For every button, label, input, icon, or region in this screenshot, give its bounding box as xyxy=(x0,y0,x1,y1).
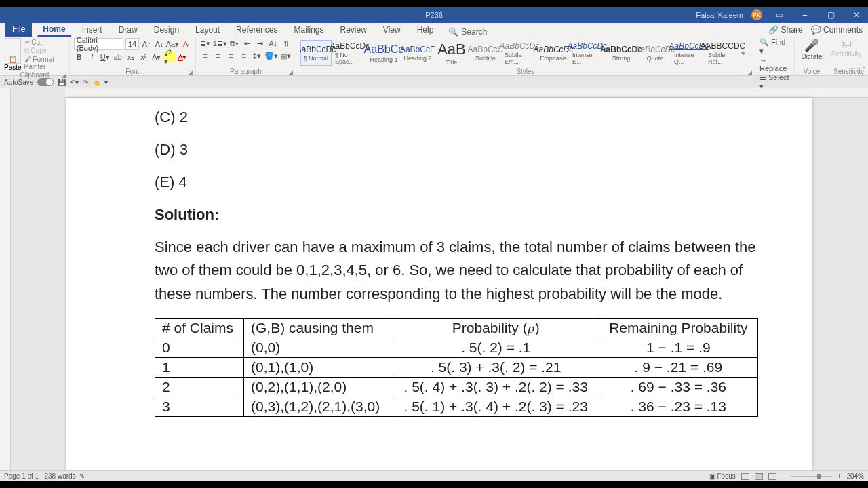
font-size-select[interactable]: 14 xyxy=(125,38,139,50)
style-strong[interactable]: AaBbCcDcStrong xyxy=(606,40,637,66)
tab-help[interactable]: Help xyxy=(412,22,439,37)
underline-icon[interactable]: U▾ xyxy=(100,52,111,62)
tab-draw[interactable]: Draw xyxy=(113,22,143,37)
justify-icon[interactable]: ≡ xyxy=(239,50,250,61)
account-name[interactable]: Faisal Kaleem xyxy=(696,11,743,19)
font-launcher-icon[interactable]: ◢ xyxy=(188,69,193,76)
text-effects-icon[interactable]: A▾ xyxy=(151,52,162,62)
align-center-icon[interactable]: ≡ xyxy=(213,50,224,61)
save-icon[interactable]: 💾 xyxy=(58,79,66,86)
show-marks-icon[interactable]: ¶ xyxy=(281,38,292,49)
styles-more-icon[interactable]: ▾ xyxy=(741,49,751,58)
document-page[interactable]: (C) 2 (D) 3 (E) 4 Solution: Since each d… xyxy=(66,98,812,470)
search-icon: 🔍 xyxy=(448,27,458,37)
shading-icon[interactable]: 🪣▾ xyxy=(264,50,278,61)
word-count[interactable]: 238 words xyxy=(45,472,76,480)
replace-button[interactable]: ↔ Replace xyxy=(760,56,790,73)
zoom-in-icon[interactable]: + xyxy=(837,472,842,480)
comments-button[interactable]: 💬 Comments xyxy=(811,25,863,35)
align-left-icon[interactable]: ≡ xyxy=(200,50,211,61)
tab-view[interactable]: View xyxy=(378,22,406,37)
style-quote[interactable]: AaBbCcDcQuote xyxy=(639,40,671,66)
zoom-slider[interactable] xyxy=(791,476,832,477)
web-layout-icon[interactable] xyxy=(768,473,776,480)
paragraph-launcher-icon[interactable]: ◢ xyxy=(288,69,293,76)
zoom-out-icon[interactable]: − xyxy=(782,472,786,480)
minimize-icon[interactable]: ‒ xyxy=(796,10,814,20)
clear-formatting-icon[interactable]: A̶ xyxy=(180,39,191,49)
shrink-font-icon[interactable]: A↓ xyxy=(154,39,165,49)
strikethrough-icon[interactable]: ab xyxy=(113,52,123,62)
search-box[interactable]: 🔍 Search xyxy=(448,27,487,37)
sensitivity-button[interactable]: 🏷 Sensitivity xyxy=(833,38,859,58)
table-row: 1(0,1),(1,0). 5(. 3) + .3(. 2) = .21. 9 … xyxy=(155,357,758,377)
tab-design[interactable]: Design xyxy=(149,22,184,37)
print-layout-icon[interactable] xyxy=(755,473,763,480)
borders-icon[interactable]: ▦▾ xyxy=(280,50,291,61)
collapse-ribbon-icon[interactable]: ˇ xyxy=(863,66,865,74)
account-avatar[interactable]: FK xyxy=(751,9,762,20)
cut-button[interactable]: ✂ Cut xyxy=(24,39,65,46)
share-button[interactable]: 🔗 Share xyxy=(768,25,802,35)
tab-review[interactable]: Review xyxy=(335,22,372,37)
font-color-icon[interactable]: A▾ xyxy=(177,52,188,62)
style-emphasis[interactable]: AaBbCcDcEmphasis xyxy=(538,40,569,66)
tab-layout[interactable]: Layout xyxy=(190,22,225,37)
numbering-icon[interactable]: 1≣▾ xyxy=(213,38,227,49)
page-indicator[interactable]: Page 1 of 1 xyxy=(4,472,39,480)
tab-references[interactable]: References xyxy=(231,22,283,37)
tab-mailings[interactable]: Mailings xyxy=(288,22,329,37)
redo-icon[interactable]: ↷ xyxy=(83,79,88,86)
style-subtitle[interactable]: AaBbCcCSubtitle xyxy=(470,40,501,66)
bold-icon[interactable]: B xyxy=(74,52,85,62)
increase-indent-icon[interactable]: ⇥ xyxy=(255,38,266,49)
superscript-icon[interactable]: x² xyxy=(138,52,149,62)
table-header: Remaining Probability xyxy=(599,318,757,338)
close-icon[interactable]: ✕ xyxy=(848,10,865,20)
tab-home[interactable]: Home xyxy=(37,22,71,37)
grow-font-icon[interactable]: A↑ xyxy=(141,39,152,49)
italic-icon[interactable]: I xyxy=(87,52,98,62)
multilevel-icon[interactable]: ⧉▾ xyxy=(229,38,240,49)
maximize-icon[interactable]: ▢ xyxy=(822,10,840,20)
decrease-indent-icon[interactable]: ⇤ xyxy=(242,38,253,49)
format-painter-button[interactable]: 🖌 Format Painter xyxy=(24,56,65,70)
bullets-icon[interactable]: ≣▾ xyxy=(200,38,211,49)
align-right-icon[interactable]: ≡ xyxy=(226,50,237,61)
spell-check-icon[interactable]: ✎ xyxy=(79,472,85,480)
styles-launcher-icon[interactable]: ◢ xyxy=(747,69,752,76)
style-heading-1[interactable]: AaBbCcHeading 1 xyxy=(368,40,399,66)
read-mode-icon[interactable] xyxy=(741,473,749,480)
font-family-select[interactable]: Calibri (Body) xyxy=(74,38,123,50)
horizontal-ruler xyxy=(65,88,868,98)
dictate-button[interactable]: 🎤 Dictate xyxy=(799,38,825,60)
sort-icon[interactable]: A↓ xyxy=(268,38,279,49)
copy-button[interactable]: ⧉ Copy xyxy=(24,47,65,55)
qat-customize-icon[interactable]: ▾ xyxy=(104,79,108,86)
find-button[interactable]: 🔍 Find ▾ xyxy=(760,38,790,56)
style-intense-e-[interactable]: AaBbCcDcIntense E... xyxy=(572,40,603,66)
tab-insert[interactable]: Insert xyxy=(77,22,108,37)
style-heading-2[interactable]: AaBbCcEHeading 2 xyxy=(402,40,433,66)
group-editing: 🔍 Find ▾ ↔ Replace ☰ Select ▾ Editing xyxy=(755,37,795,76)
solution-body: Since each driver can have a maximum of … xyxy=(155,236,758,305)
touch-mode-icon[interactable]: 👆 xyxy=(92,79,100,86)
zoom-level[interactable]: 204% xyxy=(846,472,864,480)
autosave-toggle[interactable] xyxy=(37,78,54,86)
highlight-icon[interactable]: 🖍▾ xyxy=(164,52,175,62)
style-title[interactable]: AaBTitle xyxy=(436,40,467,66)
style--normal[interactable]: AaBbCcDc¶ Normal xyxy=(300,40,332,66)
paste-button[interactable]: 📋 xyxy=(5,38,21,64)
tab-file[interactable]: File xyxy=(5,22,32,37)
quick-access-toolbar: AutoSave 💾 ↶▾ ↷ 👆 ▾ xyxy=(0,76,868,88)
style-subtle-ref-[interactable]: AABBCCDCSubtle Ref... xyxy=(707,40,738,66)
focus-mode[interactable]: ▣ Focus xyxy=(709,472,736,480)
subscript-icon[interactable]: x₂ xyxy=(125,52,136,62)
style--no-spac-[interactable]: AaBbCcDc¶ No Spac... xyxy=(334,40,366,66)
group-clipboard: 📋 Paste ✂ Cut ⧉ Copy 🖌 Format Painter Cl… xyxy=(0,37,70,76)
undo-icon[interactable]: ↶▾ xyxy=(70,79,79,86)
style-subtle-em-[interactable]: AaBbCcDcSubtle Em... xyxy=(504,40,535,66)
line-spacing-icon[interactable]: ‡▾ xyxy=(252,50,262,61)
ribbon-display-icon[interactable]: ▭ xyxy=(770,10,788,20)
clipboard-launcher-icon[interactable]: ◢ xyxy=(62,72,66,79)
